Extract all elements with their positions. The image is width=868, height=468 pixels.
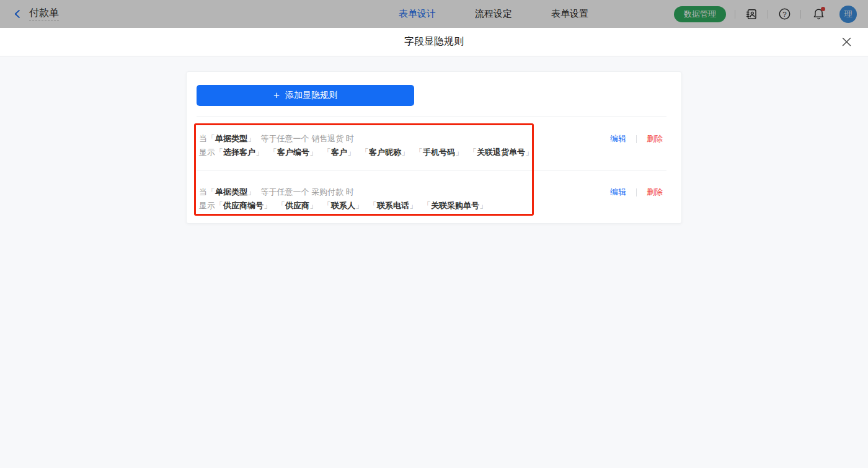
field-name: 客户昵称 bbox=[369, 148, 401, 157]
data-manage-button[interactable]: 数据管理 bbox=[674, 6, 726, 22]
field-name: 客户编号 bbox=[277, 148, 309, 157]
bracket-open: 「 bbox=[369, 201, 377, 210]
bracket-open: 「 bbox=[215, 201, 223, 210]
edit-rule-link[interactable]: 编辑 bbox=[610, 133, 626, 144]
add-rule-button-label: 添加显隐规则 bbox=[285, 90, 337, 101]
condition-text: 等于任意一个 采购付款 时 bbox=[259, 187, 354, 196]
field-chip: 「关联采购单号」 bbox=[423, 201, 487, 210]
field-chip: 「单据类型」 bbox=[207, 134, 255, 143]
address-book-icon[interactable] bbox=[744, 7, 759, 22]
field-name: 选择客户 bbox=[223, 148, 255, 157]
modal-body: + 添加显隐规则 当「单据类型」 等于任意一个 销售退货 时 显示「选择客户」「… bbox=[0, 56, 868, 468]
tab-process-setup[interactable]: 流程设定 bbox=[475, 8, 512, 20]
field-name: 供应商 bbox=[285, 201, 309, 210]
bracket-open: 「 bbox=[415, 148, 423, 157]
back-button[interactable] bbox=[13, 9, 22, 19]
field-name: 联系电话 bbox=[377, 201, 409, 210]
modal-header: 字段显隐规则 bbox=[0, 28, 868, 56]
bracket-open: 「 bbox=[215, 148, 223, 157]
field-chip: 「供应商编号」 bbox=[215, 201, 272, 210]
bracket-open: 「 bbox=[207, 134, 215, 143]
bracket-open: 「 bbox=[361, 148, 369, 157]
form-title[interactable]: 付款单 bbox=[29, 7, 59, 21]
field-name: 关联采购单号 bbox=[431, 201, 479, 210]
svg-text:?: ? bbox=[782, 11, 786, 18]
bracket-close: 」 bbox=[479, 201, 487, 210]
when-label: 当 bbox=[199, 134, 207, 143]
bracket-close: 」 bbox=[409, 201, 417, 210]
rule-description: 当「单据类型」 等于任意一个 销售退货 时 显示「选择客户」「客户编号」「客户」… bbox=[199, 132, 533, 170]
bracket-open: 「 bbox=[469, 148, 477, 157]
plus-icon: + bbox=[273, 90, 280, 100]
rule-row: 当「单据类型」 等于任意一个 销售退货 时 显示「选择客户」「客户编号」「客户」… bbox=[197, 117, 666, 170]
field-name: 联系人 bbox=[331, 201, 355, 210]
bracket-open: 「 bbox=[269, 148, 277, 157]
topbar-right: 数据管理 ? 理 bbox=[674, 6, 868, 23]
topbar-left: 付款单 bbox=[0, 7, 59, 21]
action-divider bbox=[636, 135, 637, 143]
field-chip: 「手机号码」 bbox=[415, 148, 463, 157]
rule-condition-line: 当「单据类型」 等于任意一个 销售退货 时 bbox=[199, 132, 533, 146]
rule-show-fields-line: 显示「供应商编号」「供应商」「联系人」「联系电话」「关联采购单号」 bbox=[199, 199, 487, 213]
bracket-open: 「 bbox=[323, 201, 331, 210]
field-name: 客户 bbox=[331, 148, 347, 157]
bracket-close: 」 bbox=[401, 148, 409, 157]
rule-actions: 编辑 删除 bbox=[610, 132, 663, 170]
field-chip: 「单据类型」 bbox=[207, 187, 255, 196]
bracket-close: 」 bbox=[247, 187, 255, 196]
field-chip: 「选择客户」 bbox=[215, 148, 264, 157]
when-label: 当 bbox=[199, 187, 207, 196]
bracket-open: 「 bbox=[423, 201, 431, 210]
field-chip: 「联系人」 bbox=[323, 201, 363, 210]
bell-icon[interactable] bbox=[811, 7, 826, 22]
bracket-close: 」 bbox=[309, 201, 317, 210]
edit-rule-link[interactable]: 编辑 bbox=[610, 187, 626, 198]
bracket-close: 」 bbox=[247, 134, 255, 143]
bracket-close: 」 bbox=[309, 148, 317, 157]
show-label: 显示 bbox=[199, 201, 215, 210]
field-chip: 「关联退货单号」 bbox=[469, 148, 533, 157]
field-name: 单据类型 bbox=[215, 134, 247, 143]
bracket-open: 「 bbox=[277, 201, 285, 210]
rule-show-fields-line: 显示「选择客户」「客户编号」「客户」「客户昵称」「手机号码」「关联退货单号」 bbox=[199, 146, 533, 159]
field-chip: 「客户昵称」 bbox=[361, 148, 409, 157]
field-name: 单据类型 bbox=[215, 187, 247, 196]
field-chip: 「客户」 bbox=[323, 148, 355, 157]
topbar-divider bbox=[800, 10, 801, 19]
bracket-close: 」 bbox=[355, 201, 363, 210]
rule-description: 当「单据类型」 等于任意一个 采购付款 时 显示「供应商编号」「供应商」「联系人… bbox=[199, 185, 487, 223]
field-chip: 「联系电话」 bbox=[369, 201, 417, 210]
avatar[interactable]: 理 bbox=[839, 6, 857, 23]
field-name: 关联退货单号 bbox=[477, 148, 525, 157]
bracket-open: 「 bbox=[207, 187, 215, 196]
show-label: 显示 bbox=[199, 148, 215, 157]
topbar-divider bbox=[735, 10, 735, 19]
topbar-divider bbox=[768, 10, 768, 19]
condition-text: 等于任意一个 销售退货 时 bbox=[259, 134, 354, 143]
tab-form-settings[interactable]: 表单设置 bbox=[551, 8, 588, 20]
help-icon[interactable]: ? bbox=[777, 7, 792, 22]
field-chip: 「供应商」 bbox=[277, 201, 317, 210]
topbar-tabs: 表单设计 流程设定 表单设置 bbox=[399, 0, 588, 28]
rules-card: + 添加显隐规则 当「单据类型」 等于任意一个 销售退货 时 显示「选择客户」「… bbox=[186, 71, 682, 224]
bracket-close: 」 bbox=[255, 148, 264, 157]
field-name: 手机号码 bbox=[423, 148, 455, 157]
bracket-close: 」 bbox=[455, 148, 463, 157]
bracket-close: 」 bbox=[525, 148, 533, 157]
rules-list: 当「单据类型」 等于任意一个 销售退货 时 显示「选择客户」「客户编号」「客户」… bbox=[197, 117, 666, 223]
notification-dot bbox=[821, 7, 825, 11]
rule-condition-line: 当「单据类型」 等于任意一个 采购付款 时 bbox=[199, 185, 487, 199]
delete-rule-link[interactable]: 删除 bbox=[647, 133, 663, 144]
rule-row: 当「单据类型」 等于任意一个 采购付款 时 显示「供应商编号」「供应商」「联系人… bbox=[197, 170, 666, 223]
delete-rule-link[interactable]: 删除 bbox=[647, 187, 663, 198]
action-divider bbox=[636, 188, 637, 196]
tab-form-design[interactable]: 表单设计 bbox=[399, 8, 436, 20]
field-name: 供应商编号 bbox=[223, 201, 264, 210]
bracket-close: 」 bbox=[264, 201, 272, 210]
field-chip: 「客户编号」 bbox=[269, 148, 317, 157]
add-rule-button[interactable]: + 添加显隐规则 bbox=[197, 85, 414, 106]
bracket-open: 「 bbox=[323, 148, 331, 157]
close-icon[interactable] bbox=[840, 36, 852, 48]
modal-title: 字段显隐规则 bbox=[404, 35, 464, 48]
bracket-close: 」 bbox=[347, 148, 355, 157]
